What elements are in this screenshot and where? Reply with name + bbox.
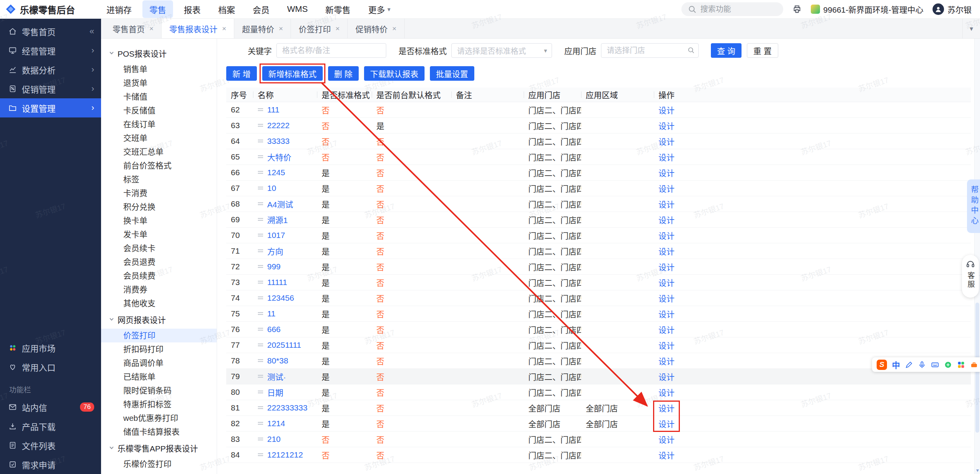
report-name-link[interactable]: 日期 (267, 386, 283, 398)
drag-handle-icon[interactable] (258, 138, 263, 143)
tree-item[interactable]: 价签打印 (101, 329, 217, 342)
tree-item[interactable]: 换卡单 (101, 214, 217, 228)
tree-item[interactable]: 特惠折扣标签 (101, 397, 217, 411)
tree-item[interactable]: 发卡单 (101, 228, 217, 241)
column-header[interactable]: 是否前台默认格式 (372, 88, 451, 102)
drag-handle-icon[interactable] (258, 233, 263, 238)
close-icon[interactable]: × (279, 24, 283, 33)
design-link[interactable]: 设计 (658, 435, 675, 444)
query-button[interactable]: 查 询 (711, 43, 742, 58)
tree-item[interactable]: 限时促销条码 (101, 384, 217, 397)
report-name-link[interactable]: 666 (267, 325, 281, 334)
tree-item[interactable]: 积分兑换 (101, 200, 217, 214)
report-name-link[interactable]: 方向 (267, 245, 283, 257)
drag-handle-icon[interactable] (258, 342, 263, 347)
tree-item[interactable]: 会员续费 (101, 269, 217, 283)
drag-handle-icon[interactable] (258, 107, 263, 112)
report-name-link[interactable]: 11 (267, 309, 276, 318)
nav-item[interactable]: 更多▾ (361, 0, 397, 18)
store-filter-input[interactable] (601, 43, 699, 58)
sidebar-item-download[interactable]: 产品下载 (0, 417, 101, 436)
sidebar-item-folder[interactable]: 设置管理› (0, 98, 101, 117)
standard-filter-select[interactable]: 请选择是否标准格式 ▾ (451, 43, 552, 58)
report-name-link[interactable]: 12121212 (267, 450, 303, 459)
toolbar-button[interactable]: 下载默认报表 (364, 66, 425, 81)
report-name-link[interactable]: A4测试 (267, 198, 293, 210)
sidebar-item-promo[interactable]: 促销管理› (0, 79, 101, 98)
drag-handle-icon[interactable] (258, 217, 263, 222)
tree-item[interactable]: web优惠券打印 (101, 411, 217, 425)
report-name-link[interactable]: 11111 (267, 278, 287, 287)
printer-icon[interactable] (792, 5, 802, 14)
design-link[interactable]: 设计 (658, 122, 675, 130)
nav-item[interactable]: 进销存 (100, 0, 139, 18)
tree-item[interactable]: 前台价签格式 (101, 159, 217, 173)
reset-button[interactable]: 重 置 (747, 43, 778, 58)
close-icon[interactable]: × (222, 24, 226, 33)
design-link[interactable]: 设计 (658, 216, 675, 225)
toolbar-button[interactable]: 批量设置 (430, 66, 474, 81)
nav-item[interactable]: 报表 (177, 0, 207, 18)
close-icon[interactable]: × (392, 24, 396, 33)
column-header[interactable]: 操作 (654, 88, 971, 102)
drag-handle-icon[interactable] (258, 201, 263, 206)
report-name-link[interactable]: 10 (267, 184, 276, 193)
tree-item[interactable]: 标签 (101, 173, 217, 186)
drag-handle-icon[interactable] (258, 437, 263, 441)
tree-section-header[interactable]: 网页报表设计 (101, 310, 217, 329)
drag-handle-icon[interactable] (258, 311, 263, 316)
column-header[interactable]: 应用区域 (581, 88, 654, 102)
design-link[interactable]: 设计 (658, 137, 675, 146)
customer-service-button[interactable]: 客服 (962, 255, 979, 298)
close-icon[interactable]: × (335, 24, 340, 33)
drag-handle-icon[interactable] (258, 123, 263, 128)
design-link[interactable]: 设计 (658, 153, 675, 162)
column-header[interactable]: 是否标准格式 (317, 88, 372, 102)
user-menu[interactable]: 苏尔银 (933, 3, 972, 15)
report-name-link[interactable]: 210 (267, 435, 281, 444)
design-link[interactable]: 设计 (658, 279, 675, 287)
report-name-link[interactable]: 111 (267, 105, 279, 114)
tree-item[interactable]: 卡消费 (101, 186, 217, 200)
column-header[interactable]: 备注 (451, 88, 524, 102)
column-header[interactable]: 序号 (226, 88, 253, 102)
design-link[interactable]: 设计 (658, 231, 675, 240)
report-name-link[interactable]: 1245 (267, 168, 285, 177)
drag-handle-icon[interactable] (258, 248, 263, 253)
design-link[interactable]: 设计 (658, 388, 675, 397)
design-link[interactable]: 设计 (658, 420, 675, 428)
tree-item[interactable]: 储值卡结算报表 (101, 425, 217, 439)
design-link[interactable]: 设计 (658, 404, 675, 413)
tree-item[interactable]: 销售单 (101, 62, 217, 76)
nav-item[interactable]: 档案 (211, 0, 242, 18)
drag-handle-icon[interactable] (258, 280, 263, 285)
report-name-link[interactable]: 123456 (267, 293, 294, 303)
environment-label[interactable]: 99661-新界面环境-管理中心 (811, 3, 923, 15)
sidebar-item-mail[interactable]: 站内信76 (0, 397, 101, 417)
drag-handle-icon[interactable] (258, 327, 263, 332)
sidebar-item-home[interactable]: 零售首页« (0, 22, 101, 41)
tab[interactable]: 促销特价× (348, 19, 404, 38)
report-name-link[interactable]: 1017 (267, 231, 285, 240)
drag-handle-icon[interactable] (258, 170, 263, 175)
sogou-logo-icon[interactable]: S (877, 360, 887, 370)
global-search[interactable] (681, 2, 783, 16)
tree-item[interactable]: 会员退费 (101, 255, 217, 269)
design-link[interactable]: 设计 (658, 294, 675, 303)
report-name-link[interactable]: 33333 (267, 137, 289, 146)
tab[interactable]: 价签打印× (291, 19, 348, 38)
sidebar-item-monitor[interactable]: 经营管理› (0, 41, 101, 60)
drag-handle-icon[interactable] (258, 374, 263, 379)
nav-item[interactable]: 新零售 (318, 0, 358, 18)
tree-item[interactable]: 商品调价单 (101, 356, 217, 370)
toolbar-button[interactable]: 新 增 (226, 66, 257, 81)
drag-handle-icon[interactable] (258, 452, 263, 457)
tree-item[interactable]: 乐檬价签打印 (101, 457, 217, 471)
tree-item[interactable]: 会员续卡 (101, 241, 217, 255)
tree-item[interactable]: 其他收支 (101, 296, 217, 310)
drag-handle-icon[interactable] (258, 405, 263, 410)
drag-handle-icon[interactable] (258, 389, 263, 394)
sidebar-item-chart[interactable]: 数据分析› (0, 60, 101, 79)
report-name-link[interactable]: 大特价 (267, 151, 291, 163)
design-link[interactable]: 设计 (658, 373, 675, 381)
